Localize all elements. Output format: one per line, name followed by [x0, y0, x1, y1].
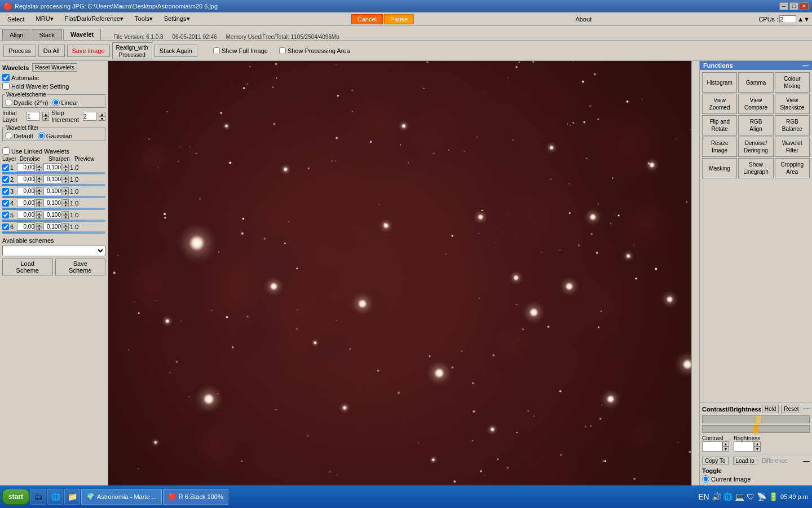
- cpus-spinner[interactable]: ▲▼: [797, 16, 810, 23]
- layer-5-sharpen-down[interactable]: ▼: [63, 215, 69, 219]
- layer-5-sharpen[interactable]: [43, 211, 61, 219]
- layer-5-denoise-spinner[interactable]: ▲ ▼: [36, 211, 42, 219]
- image-canvas[interactable]: [108, 61, 699, 494]
- layer-6-denoise-down[interactable]: ▼: [36, 227, 42, 231]
- taskbar-icon-2[interactable]: 🌐: [47, 489, 63, 505]
- show-full-image-label[interactable]: Show Full Image: [213, 47, 268, 54]
- layer-5-denoise-up[interactable]: ▲: [36, 211, 42, 215]
- brightness-spinner[interactable]: ▲ ▼: [754, 441, 761, 452]
- default-filter-option[interactable]: Default: [5, 132, 33, 139]
- layer-6-denoise-spinner[interactable]: ▲ ▼: [36, 223, 42, 231]
- default-filter-radio[interactable]: [5, 132, 12, 139]
- layer-1-checkbox[interactable]: [2, 164, 9, 171]
- layer-2-denoise-spinner[interactable]: ▲ ▼: [36, 176, 42, 183]
- layer-2-checkbox[interactable]: [2, 176, 9, 183]
- load-scheme-button[interactable]: LoadScheme: [2, 259, 53, 275]
- brightness-up[interactable]: ▲: [754, 441, 761, 446]
- taskbar-window-1[interactable]: 🌍 Astronomia - Marte ...: [81, 489, 162, 505]
- menu-settings[interactable]: Settings▾: [159, 14, 195, 24]
- brightness-down[interactable]: ▼: [754, 446, 761, 452]
- reset-wavelets-button[interactable]: Reset Wavelets: [32, 63, 77, 72]
- brightness-slider[interactable]: [702, 425, 810, 433]
- dyadic-radio[interactable]: [5, 99, 12, 106]
- layer-2-denoise[interactable]: [17, 175, 35, 183]
- layer-5-bar[interactable]: [2, 220, 105, 222]
- start-button[interactable]: start: [2, 489, 29, 505]
- gamma-button[interactable]: Gamma: [738, 72, 773, 93]
- layer-4-denoise-up[interactable]: ▲: [36, 199, 42, 203]
- realign-button[interactable]: Realign_with Processed: [112, 42, 152, 59]
- tab-align[interactable]: Align: [2, 29, 30, 40]
- step-up-btn[interactable]: ▲: [99, 112, 105, 116]
- brightness-thumb[interactable]: [754, 426, 758, 433]
- contrast-spinner[interactable]: ▲ ▼: [722, 441, 729, 452]
- layer-3-sharpen-down[interactable]: ▼: [63, 191, 69, 195]
- contrast-down[interactable]: ▼: [722, 446, 729, 452]
- contrast-up[interactable]: ▲: [722, 441, 729, 446]
- menu-about[interactable]: About: [570, 14, 597, 24]
- layer-1-denoise-up[interactable]: ▲: [36, 164, 42, 168]
- linked-wavelets-checkbox[interactable]: [2, 147, 10, 155]
- automatic-checkbox[interactable]: [2, 74, 10, 81]
- close-button[interactable]: ✕: [800, 2, 809, 10]
- layer-5-denoise-down[interactable]: ▼: [36, 215, 42, 219]
- layer-1-sharpen-spinner[interactable]: ▲ ▼: [63, 164, 69, 172]
- vertical-scrollbar[interactable]: [691, 61, 699, 487]
- initial-down-btn[interactable]: ▼: [42, 116, 49, 121]
- current-image-radio[interactable]: [702, 475, 709, 483]
- load-to-button[interactable]: Load to: [733, 457, 757, 465]
- reset-button[interactable]: Reset: [781, 405, 801, 413]
- contrast-thumb[interactable]: [756, 416, 761, 424]
- layer-6-sharpen-spinner[interactable]: ▲ ▼: [63, 223, 69, 231]
- layer-2-sharpen-down[interactable]: ▼: [63, 179, 69, 183]
- taskbar-icon-3[interactable]: 📁: [64, 489, 80, 505]
- layer-4-denoise[interactable]: [17, 199, 35, 207]
- layer-3-denoise-up[interactable]: ▲: [36, 187, 42, 191]
- show-processing-area-checkbox[interactable]: [279, 47, 286, 54]
- layer-1-bar[interactable]: [2, 172, 105, 174]
- view-stacksize-button[interactable]: View Stacksize: [775, 94, 810, 114]
- layer-1-sharpen-down[interactable]: ▼: [63, 168, 69, 172]
- tab-stack[interactable]: Stack: [32, 29, 62, 40]
- current-image-option[interactable]: Current Image: [702, 475, 810, 483]
- layer-6-denoise[interactable]: [17, 222, 35, 231]
- colour-mixing-button[interactable]: Colour Mixing: [775, 72, 810, 93]
- layer-6-bar[interactable]: [2, 231, 105, 234]
- show-processing-area-label[interactable]: Show Processing Area: [279, 47, 350, 54]
- layer-4-checkbox[interactable]: [2, 200, 9, 207]
- layer-4-denoise-spinner[interactable]: ▲ ▼: [36, 199, 42, 207]
- cropping-area-button[interactable]: Cropping Area: [775, 158, 810, 178]
- linear-radio[interactable]: [52, 99, 60, 106]
- layer-3-denoise-spinner[interactable]: ▲ ▼: [36, 187, 42, 195]
- initial-up-btn[interactable]: ▲: [42, 112, 49, 116]
- contrast-collapse[interactable]: —: [804, 405, 810, 413]
- layer-2-bar[interactable]: [2, 184, 105, 186]
- layer-2-denoise-up[interactable]: ▲: [36, 176, 42, 179]
- taskbar-window-2[interactable]: 🔴 R 6:Stack 100%: [163, 489, 228, 505]
- layer-3-checkbox[interactable]: [2, 188, 9, 195]
- layer-2-sharpen-up[interactable]: ▲: [63, 176, 69, 179]
- layer-3-sharpen[interactable]: [43, 187, 61, 195]
- layer-3-denoise[interactable]: [17, 187, 35, 195]
- layer-5-sharpen-spinner[interactable]: ▲ ▼: [63, 211, 69, 219]
- gaussian-filter-option[interactable]: Gaussian: [38, 132, 72, 139]
- taskbar-icon-1[interactable]: 🗂: [30, 489, 46, 505]
- layer-5-checkbox[interactable]: [2, 212, 9, 218]
- layer-3-sharpen-up[interactable]: ▲: [63, 187, 69, 191]
- hold-wavelet-checkbox[interactable]: [2, 82, 10, 90]
- layer-3-sharpen-spinner[interactable]: ▲ ▼: [63, 187, 69, 195]
- denoise-deringing-button[interactable]: Denoise/ Deringing: [738, 137, 773, 157]
- layer-1-denoise-down[interactable]: ▼: [36, 168, 42, 172]
- resize-image-button[interactable]: Resize Image: [702, 137, 737, 157]
- maximize-button[interactable]: □: [789, 2, 798, 10]
- layer-1-denoise[interactable]: [17, 163, 35, 172]
- layer-3-denoise-down[interactable]: ▼: [36, 191, 42, 195]
- brightness-input[interactable]: 0: [734, 441, 754, 452]
- menu-flat[interactable]: Flat/Dark/Reference▾: [60, 14, 129, 24]
- layer-6-sharpen-up[interactable]: ▲: [63, 223, 69, 227]
- menu-tools[interactable]: Tools▾: [130, 14, 158, 24]
- layer-6-sharpen-down[interactable]: ▼: [63, 227, 69, 231]
- image-area[interactable]: [108, 61, 699, 494]
- masking-button[interactable]: Masking: [702, 158, 737, 178]
- view-zoomed-button[interactable]: View Zoomed: [702, 94, 737, 114]
